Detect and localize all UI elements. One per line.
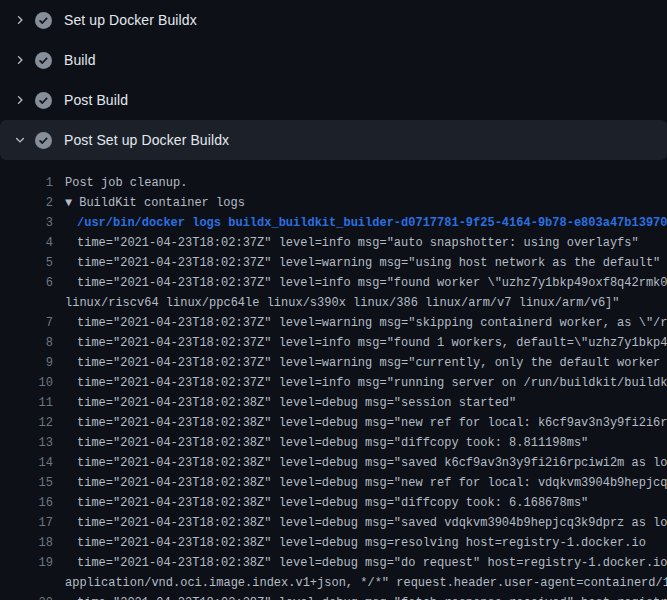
success-check-icon (35, 92, 52, 109)
log-line: 2▼BuildKit container logs (0, 193, 667, 213)
log-text: time="2021-04-23T18:02:38Z" level=debug … (77, 453, 667, 473)
command-text: /usr/bin/docker logs buildx_buildkit_bui… (77, 213, 667, 233)
line-number[interactable]: 3 (0, 213, 53, 233)
log-line: 15time="2021-04-23T18:02:38Z" level=debu… (0, 473, 667, 493)
line-number[interactable]: 20 (0, 593, 53, 600)
log-line: 8time="2021-04-23T18:02:37Z" level=info … (0, 333, 667, 353)
line-number[interactable]: 13 (0, 433, 53, 453)
log-lines: 1Post job cleanup.2▼BuildKit container l… (0, 160, 667, 600)
log-line: 7time="2021-04-23T18:02:37Z" level=warni… (0, 313, 667, 333)
log-text: time="2021-04-23T18:02:38Z" level=debug … (77, 553, 667, 573)
log-text: application/vnd.oci.image.index.v1+json,… (65, 573, 667, 593)
log-line: 14time="2021-04-23T18:02:38Z" level=debu… (0, 453, 667, 473)
log-line: 20time="2021-04-23T18:02:38Z" level=debu… (0, 593, 667, 600)
line-number[interactable]: 2 (0, 193, 53, 213)
group-expand-triangle-icon[interactable]: ▼ (65, 193, 72, 213)
log-line: 4time="2021-04-23T18:02:37Z" level=info … (0, 233, 667, 253)
line-number[interactable]: 8 (0, 333, 53, 353)
log-line: 3/usr/bin/docker logs buildx_buildkit_bu… (0, 213, 667, 233)
line-number[interactable]: 16 (0, 493, 53, 513)
chevron-right-icon[interactable] (12, 52, 28, 68)
line-number (0, 293, 53, 313)
log-line: 13time="2021-04-23T18:02:38Z" level=debu… (0, 433, 667, 453)
log-line: 10time="2021-04-23T18:02:37Z" level=info… (0, 373, 667, 393)
line-number[interactable]: 5 (0, 253, 53, 273)
log-line: 11time="2021-04-23T18:02:38Z" level=debu… (0, 393, 667, 413)
step-header-build[interactable]: Build (0, 40, 667, 80)
line-number[interactable]: 1 (0, 173, 53, 193)
step-label: Post Build (64, 92, 128, 108)
step-list: Set up Docker BuildxBuildPost BuildPost … (0, 0, 667, 160)
log-text: time="2021-04-23T18:02:38Z" level=debug … (77, 513, 667, 533)
log-text: BuildKit container logs (79, 193, 245, 213)
log-text: time="2021-04-23T18:02:38Z" level=debug … (77, 533, 646, 553)
log-line: 9time="2021-04-23T18:02:37Z" level=warni… (0, 353, 667, 373)
step-label: Post Set up Docker Buildx (64, 132, 229, 148)
log-text: time="2021-04-23T18:02:38Z" level=debug … (77, 493, 588, 513)
step-header-post-build[interactable]: Post Build (0, 80, 667, 120)
chevron-right-icon[interactable] (12, 12, 28, 28)
step-header-post-set-up-docker-buildx[interactable]: Post Set up Docker Buildx (0, 120, 667, 160)
log-line-continuation: linux/riscv64 linux/ppc64le linux/s390x … (0, 293, 667, 313)
line-number[interactable]: 7 (0, 313, 53, 333)
line-number[interactable]: 6 (0, 273, 53, 293)
log-text: time="2021-04-23T18:02:37Z" level=info m… (77, 373, 667, 393)
line-number[interactable]: 11 (0, 393, 53, 413)
log-text: time="2021-04-23T18:02:38Z" level=debug … (77, 393, 516, 413)
line-number[interactable]: 19 (0, 553, 53, 573)
success-check-icon (35, 52, 52, 69)
line-number[interactable]: 9 (0, 353, 53, 373)
chevron-right-icon[interactable] (12, 92, 28, 108)
log-line: 17time="2021-04-23T18:02:38Z" level=debu… (0, 513, 667, 533)
log-text: time="2021-04-23T18:02:37Z" level=info m… (77, 333, 667, 353)
log-line: 19time="2021-04-23T18:02:38Z" level=debu… (0, 553, 667, 573)
line-number[interactable]: 12 (0, 413, 53, 433)
log-text: time="2021-04-23T18:02:38Z" level=debug … (77, 473, 667, 493)
actions-log-viewer: Set up Docker BuildxBuildPost BuildPost … (0, 0, 667, 600)
log-text: Post job cleanup. (65, 173, 187, 193)
log-text: time="2021-04-23T18:02:38Z" level=debug … (77, 593, 667, 600)
line-number[interactable]: 4 (0, 233, 53, 253)
log-text: time="2021-04-23T18:02:37Z" level=warnin… (77, 353, 667, 373)
log-line: 18time="2021-04-23T18:02:38Z" level=debu… (0, 533, 667, 553)
log-text: time="2021-04-23T18:02:37Z" level=info m… (77, 273, 667, 293)
line-number[interactable]: 10 (0, 373, 53, 393)
log-text: time="2021-04-23T18:02:38Z" level=debug … (77, 433, 588, 453)
line-number[interactable]: 18 (0, 533, 53, 553)
log-text: linux/riscv64 linux/ppc64le linux/s390x … (65, 293, 620, 313)
log-line: 12time="2021-04-23T18:02:38Z" level=debu… (0, 413, 667, 433)
log-line: 6time="2021-04-23T18:02:37Z" level=info … (0, 273, 667, 293)
log-text: time="2021-04-23T18:02:37Z" level=warnin… (77, 253, 660, 273)
log-line-continuation: application/vnd.oci.image.index.v1+json,… (0, 573, 667, 593)
line-number[interactable]: 14 (0, 453, 53, 473)
step-label: Set up Docker Buildx (64, 12, 197, 28)
log-text: time="2021-04-23T18:02:38Z" level=debug … (77, 413, 667, 433)
log-text: time="2021-04-23T18:02:37Z" level=warnin… (77, 313, 667, 333)
log-line: 1Post job cleanup. (0, 173, 667, 193)
line-number[interactable]: 17 (0, 513, 53, 533)
chevron-down-icon[interactable] (12, 132, 28, 148)
line-number (0, 573, 53, 593)
line-number[interactable]: 15 (0, 473, 53, 493)
log-line: 5time="2021-04-23T18:02:37Z" level=warni… (0, 253, 667, 273)
success-check-icon (35, 132, 52, 149)
success-check-icon (35, 12, 52, 29)
step-header-set-up-docker-buildx[interactable]: Set up Docker Buildx (0, 0, 667, 40)
log-line: 16time="2021-04-23T18:02:38Z" level=debu… (0, 493, 667, 513)
step-label: Build (64, 52, 96, 68)
log-text: time="2021-04-23T18:02:37Z" level=info m… (77, 233, 639, 253)
